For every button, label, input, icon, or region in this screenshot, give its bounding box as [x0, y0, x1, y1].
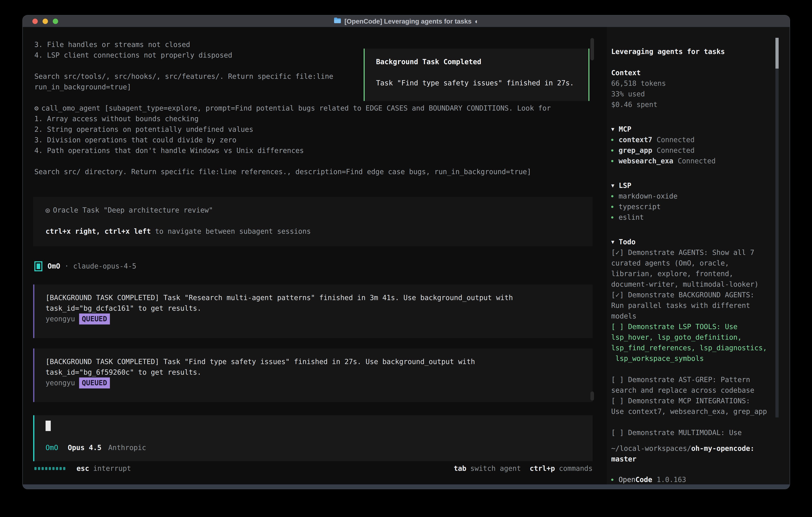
minimize-button[interactable]: [42, 19, 48, 24]
message-line: task_id="bg_dcfac161" to get results.: [46, 303, 513, 314]
mcp-item: grep_appConnected: [611, 145, 779, 156]
agent-name: OmO: [48, 261, 60, 272]
status-dot-icon: [611, 195, 613, 197]
input-meta: OmO Opus 4.5 Anthropic: [46, 442, 146, 453]
window-title: [OpenCode] Leveraging agents for tasks: [345, 16, 471, 27]
prompt-input[interactable]: OmO Opus 4.5 Anthropic: [33, 415, 592, 461]
app-version: 1.0.163: [657, 474, 686, 485]
log-line: Search src/ directory. Return specific f…: [34, 166, 594, 177]
half-moon-icon: ◐: [475, 16, 479, 27]
mcp-item: websearch_exaConnected: [611, 156, 779, 166]
context-header: Context: [611, 67, 779, 78]
input-model-name: Opus 4.5: [68, 442, 102, 453]
agent-model: claude-opus-4-5: [73, 261, 136, 272]
workspace-branch: master: [611, 455, 636, 463]
chevron-down-icon[interactable]: ▼: [611, 237, 614, 247]
target-circle-icon: ◎: [46, 206, 50, 214]
window-titlebar: [OpenCode] Leveraging agents for tasks ◐: [23, 16, 790, 27]
mcp-item: context7Connected: [611, 135, 779, 145]
input-agent-name: OmO: [46, 442, 58, 453]
toast-body: Task "Find type safety issues" finished …: [376, 78, 574, 88]
status-bar: esc interrupt tab switch agent ctrl+p co…: [34, 463, 592, 474]
background-task-toast: Background Task Completed Task "Find typ…: [364, 49, 589, 101]
chevron-down-icon[interactable]: ▼: [611, 180, 614, 191]
agent-square-icon: [34, 261, 42, 271]
main-scrollbar-thumb[interactable]: [590, 38, 594, 60]
tab-key-label: switch agent: [470, 463, 521, 474]
tool-call-line: ⚙call_omo_agent [subagent_type=explore, …: [34, 103, 594, 113]
session-sidebar: Leveraging agents for tasks Context 66,5…: [607, 27, 790, 484]
traffic-lights: [32, 19, 58, 24]
lsp-section-header: ▼ LSP: [611, 180, 779, 191]
status-dot-icon: [611, 160, 613, 162]
input-provider-name: Anthropic: [108, 442, 146, 453]
toast-title: Background Task Completed: [376, 57, 481, 67]
log-line: 3. Division operations that could divide…: [34, 135, 594, 145]
context-tokens: 66,518 tokens: [611, 78, 779, 89]
app-name-code: Code: [635, 474, 652, 485]
blank-line: [34, 156, 594, 166]
ctrlp-key-label: commands: [559, 463, 592, 474]
conversation-pane: 3. File handles or streams not closed 4.…: [23, 27, 607, 484]
status-dot-icon: [611, 139, 613, 141]
text-cursor: [46, 420, 51, 431]
subagent-nav-hint: ctrl+x right, ctrl+x left to navigate be…: [46, 226, 311, 237]
todo-item: [ ] Demonstrate LSP TOOLS: Use lsp_hover…: [611, 322, 779, 364]
gear-icon: ⚙: [34, 104, 38, 112]
todo-section-header: ▼ Todo: [611, 237, 779, 247]
todo-item: [ ] Demonstrate AST-GREP: Pattern search…: [611, 375, 779, 396]
log-line: 4. Path operations that don't handle Win…: [34, 145, 594, 156]
context-used: 33% used: [611, 89, 779, 99]
agent-header: OmO · claude-opus-4-5: [34, 261, 136, 272]
todo-item: [✓] Demonstrate AGENTS: Show all 7 curat…: [611, 247, 779, 290]
workspace-prefix: ~/local-workspaces/: [611, 444, 691, 453]
message-line: [BACKGROUND TASK COMPLETED] Task "Resear…: [46, 293, 513, 303]
mcp-section-header: ▼ MCP: [611, 124, 779, 135]
todo-item: [✓] Demonstrate BACKGROUND AGENTS: Run p…: [611, 290, 779, 322]
main-scrollbar-thumb[interactable]: [590, 391, 594, 401]
oracle-task-title: ◎Oracle Task "Deep architecture review": [46, 205, 213, 216]
message-author: yeongyu: [46, 314, 75, 324]
queued-badge: QUEUED: [79, 314, 110, 324]
folder-icon: [334, 16, 341, 27]
lsp-item: eslint: [611, 212, 779, 223]
working-spinner: [34, 467, 65, 470]
dot-separator: ·: [64, 261, 69, 272]
background-task-message: [BACKGROUND TASK COMPLETED] Task "Resear…: [33, 284, 592, 338]
window-bottom-edge: [23, 484, 790, 489]
tool-call-text: call_omo_agent [subagent_type=explore, p…: [41, 104, 551, 112]
context-spent: $0.46 spent: [611, 99, 779, 110]
oracle-task-banner: ◎Oracle Task "Deep architecture review" …: [33, 197, 592, 246]
todo-item: [ ] Demonstrate MULTIMODAL: Use: [611, 428, 779, 438]
tab-key-hint: tab: [454, 463, 466, 474]
status-dot-icon: [611, 479, 613, 481]
session-title: Leveraging agents for tasks: [611, 46, 779, 57]
workspace-path: ~/local-workspaces/oh-my-opencode:master: [611, 443, 779, 464]
queued-badge: QUEUED: [79, 377, 110, 388]
sidebar-scrollbar-track[interactable]: [776, 69, 779, 417]
status-dot-icon: [611, 216, 613, 219]
workspace-repo: oh-my-opencode:: [691, 444, 754, 453]
log-line: 1. Array access without bounds checking: [34, 113, 594, 124]
fullscreen-button[interactable]: [53, 19, 58, 24]
hint-key-left: ctrl+x left: [105, 227, 151, 235]
esc-key-hint: esc: [77, 463, 89, 474]
log-line: 2. String operations on potentially unde…: [34, 124, 594, 135]
status-dot-icon: [611, 149, 613, 152]
opencode-terminal-window: [OpenCode] Leveraging agents for tasks ◐…: [22, 15, 790, 489]
message-line: task_id="bg_6f59260c" to get results.: [46, 367, 475, 378]
todo-item: [ ] Demonstrate MCP INTEGRATIONS: Use co…: [611, 396, 779, 417]
close-button[interactable]: [32, 19, 38, 24]
ctrlp-key-hint: ctrl+p: [530, 463, 555, 474]
message-author: yeongyu: [46, 378, 75, 388]
hint-key-right: ctrl+x right,: [46, 227, 100, 235]
background-task-message: [BACKGROUND TASK COMPLETED] Task "Find t…: [33, 349, 592, 402]
lsp-item: markdown-oxide: [611, 191, 779, 201]
lsp-item: typescript: [611, 201, 779, 212]
chevron-down-icon[interactable]: ▼: [611, 124, 614, 135]
esc-key-label: interrupt: [93, 463, 131, 474]
version-line: Open Code 1.0.163: [611, 474, 779, 485]
sidebar-scrollbar-thumb[interactable]: [776, 38, 779, 69]
app-name-open: Open: [618, 474, 635, 485]
hint-text: to navigate between subagent sessions: [155, 227, 311, 235]
